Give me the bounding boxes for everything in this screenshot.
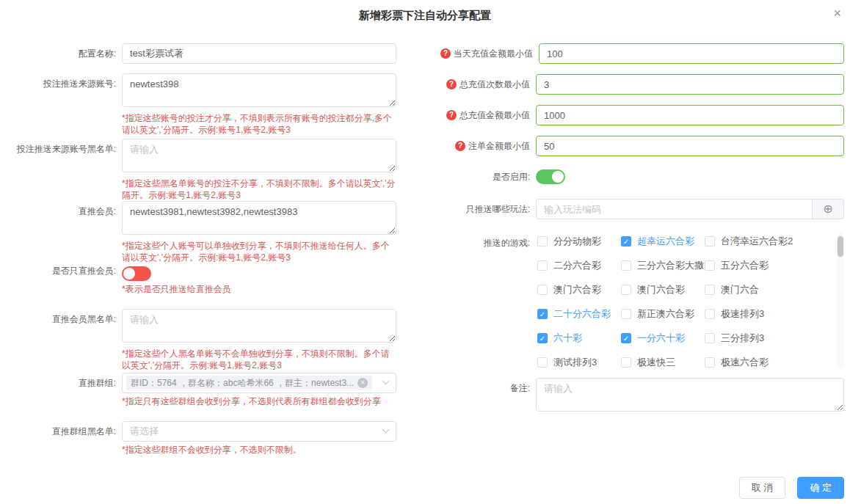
enabled-toggle[interactable] <box>536 169 565 184</box>
checkbox-unchecked-icon <box>621 285 631 295</box>
direct-members-blacklist-label: 直推会员黑名单: <box>15 309 122 329</box>
game-label: 二分六合彩 <box>553 259 601 272</box>
direct-groups-blacklist-select[interactable]: 请选择 <box>122 421 396 442</box>
source-accounts-blacklist-label: 投注推送来源账号黑名单: <box>15 139 122 159</box>
label-text: 总充值次数最小值 <box>459 74 530 95</box>
direct-groups-row: 直推群组: 群ID：5764 ，群名称：abc哈希米66 ，群主：newtest… <box>15 373 396 407</box>
checkbox-unchecked-icon <box>537 357 548 368</box>
play-codes-input[interactable] <box>536 199 812 219</box>
checkbox-unchecked-icon <box>705 260 715 271</box>
cancel-button[interactable]: 取 消 <box>739 477 786 499</box>
config-name-label: 配置名称: <box>15 43 122 64</box>
bet-amount-min-input[interactable] <box>536 136 844 156</box>
total-recharge-min-row: ? 总充值金额最小值 <box>440 105 844 125</box>
label-text: 备注: <box>510 378 530 398</box>
scrollbar[interactable] <box>837 233 844 369</box>
direct-groups-select[interactable]: 群ID：5764 ，群名称：abc哈希米66 ，群主：newtest3... × <box>122 373 396 393</box>
game-checkbox-item[interactable]: 三分排列3 <box>705 331 834 345</box>
question-icon: ? <box>440 48 451 59</box>
scrollbar-thumb[interactable] <box>838 236 843 257</box>
daily-recharge-min-row: ? 当天充值金额最小值 <box>440 43 844 64</box>
game-label: 三分六合彩大撒大 <box>637 259 713 272</box>
selected-group-tag: 群ID：5764 ，群名称：abc哈希米66 ，群主：newtest3... × <box>126 376 372 390</box>
play-codes-label: 只推送哪些玩法: <box>440 199 536 219</box>
games-grid: 分分动物彩✓超幸运六合彩台湾幸运六合彩2二分六合彩三分六合彩大撒大五分六合彩澳门… <box>537 234 834 369</box>
source-accounts-textarea[interactable]: newtest398 <box>122 73 396 107</box>
tag-close-icon[interactable]: × <box>357 378 368 388</box>
checkbox-unchecked-icon <box>705 236 715 246</box>
source-accounts-blacklist-hint: *指定这些黑名单账号的投注不分享，不填则不限制。多个请以英文','分隔开。示例:… <box>122 178 396 201</box>
total-recharge-count-min-label: ? 总充值次数最小值 <box>440 74 536 95</box>
game-checkbox-item[interactable]: 澳门六合彩 <box>621 282 705 296</box>
game-label: 澳门六合彩 <box>553 283 601 296</box>
left-form-column: 配置名称: 投注推送来源账号: newtest398 *指定这些账号的投注才分享… <box>15 43 396 456</box>
daily-recharge-min-input[interactable] <box>539 43 844 64</box>
game-checkbox-item[interactable]: 测试排列3 <box>537 355 621 369</box>
game-label: 二十分六合彩 <box>553 307 611 321</box>
direct-members-textarea[interactable]: newtest3981,newtest3982,newtest3983 <box>122 201 396 235</box>
checkbox-unchecked-icon <box>705 357 715 368</box>
play-codes-row: 只推送哪些玩法: ⊕ <box>440 199 844 219</box>
game-checkbox-item[interactable]: 极速快三 <box>621 355 705 369</box>
game-label: 五分六合彩 <box>721 259 769 272</box>
game-checkbox-item[interactable]: 三分六合彩大撒大 <box>621 258 705 272</box>
label-text: 注单金额最小值 <box>468 136 530 156</box>
direct-groups-blacklist-row: 直推群组黑名单: 请选择 *指定这些群组不会收到分享，不选则不限制。 <box>15 421 396 456</box>
game-label: 极速六合彩 <box>721 356 769 369</box>
game-checkbox-item[interactable]: 五分六合彩 <box>705 258 834 272</box>
direct-members-blacklist-textarea[interactable] <box>122 309 396 343</box>
direct-groups-blacklist-label: 直推群组黑名单: <box>15 421 122 442</box>
confirm-button[interactable]: 确 定 <box>797 477 844 499</box>
config-name-row: 配置名称: <box>15 43 396 64</box>
games-label: 推送的游戏: <box>440 233 536 253</box>
checkbox-unchecked-icon <box>537 285 548 295</box>
checkbox-unchecked-icon <box>705 333 715 343</box>
group-tag-text: 群ID：5764 ，群名称：abc哈希米66 ，群主：newtest3... <box>131 377 354 390</box>
add-share-config-dialog: 新增彩票下注自动分享配置 × 配置名称: 投注推送来源账号: newtest39… <box>0 0 850 504</box>
games-panel: 分分动物彩✓超幸运六合彩台湾幸运六合彩2二分六合彩三分六合彩大撒大五分六合彩澳门… <box>536 233 844 369</box>
label-text: 是否启用: <box>493 167 530 187</box>
checkbox-unchecked-icon <box>537 236 548 246</box>
source-accounts-blacklist-textarea[interactable] <box>122 139 396 172</box>
game-checkbox-item[interactable]: 分分动物彩 <box>537 234 621 248</box>
direct-members-blacklist-hint: *指定这些个人黑名单账号不会单独收到分享，不填则不限制。多个请以英文','分隔开… <box>122 348 396 371</box>
direct-members-blacklist-row: 直推会员黑名单: *指定这些个人黑名单账号不会单独收到分享，不填则不限制。多个请… <box>15 309 396 371</box>
dialog-title: 新增彩票下注自动分享配置 <box>0 9 850 23</box>
game-checkbox-item[interactable]: 澳门六合彩 <box>537 282 621 296</box>
enabled-row: 是否启用: <box>440 167 844 187</box>
game-label: 极速排列3 <box>721 307 764 321</box>
game-checkbox-item[interactable]: ✓六十彩 <box>537 331 621 345</box>
game-checkbox-item[interactable]: 极速排列3 <box>705 307 834 321</box>
total-recharge-min-input[interactable] <box>536 105 844 125</box>
only-direct-members-label: 是否只直推会员: <box>15 263 122 278</box>
game-checkbox-item[interactable]: 新正澳六合彩 <box>621 307 705 321</box>
remark-textarea[interactable] <box>536 378 844 412</box>
game-label: 超幸运六合彩 <box>637 235 694 248</box>
game-checkbox-item[interactable]: ✓超幸运六合彩 <box>621 234 705 248</box>
game-checkbox-item[interactable]: 极速六合彩 <box>705 355 834 369</box>
game-checkbox-item[interactable]: ✓二十分六合彩 <box>537 307 621 321</box>
direct-groups-hint: *指定只有这些群组会收到分享，不选则代表所有群组都会收到分享 <box>122 395 396 407</box>
checkbox-checked-icon: ✓ <box>537 333 548 343</box>
game-checkbox-item[interactable]: 台湾幸运六合彩2 <box>705 234 834 248</box>
checkbox-unchecked-icon <box>537 260 548 271</box>
add-play-code-button[interactable]: ⊕ <box>812 199 844 219</box>
enabled-label: 是否启用: <box>440 167 536 187</box>
game-label: 一分六十彩 <box>637 332 685 345</box>
config-name-input[interactable] <box>122 43 396 64</box>
direct-groups-label: 直推群组: <box>15 373 122 393</box>
game-label: 澳门六合 <box>721 283 759 296</box>
close-icon[interactable]: × <box>833 6 841 21</box>
label-text: 当天充值金额最小值 <box>454 43 533 64</box>
direct-groups-blacklist-hint: *指定这些群组不会收到分享，不选则不限制。 <box>122 444 396 456</box>
game-checkbox-item[interactable]: 二分六合彩 <box>537 258 621 272</box>
only-direct-members-hint: *表示是否只推送给直推会员 <box>122 283 396 295</box>
right-form-column: ? 当天充值金额最小值 ? 总充值次数最小值 ? 总充值金额最小值 <box>440 43 844 414</box>
game-checkbox-item[interactable]: ✓一分六十彩 <box>621 331 705 345</box>
game-checkbox-item[interactable]: 澳门六合 <box>705 282 834 296</box>
only-direct-members-toggle[interactable] <box>122 266 151 281</box>
total-recharge-count-min-input[interactable] <box>536 74 844 95</box>
game-label: 分分动物彩 <box>553 235 601 248</box>
game-label: 台湾幸运六合彩2 <box>721 235 793 248</box>
select-placeholder: 请选择 <box>126 425 159 438</box>
